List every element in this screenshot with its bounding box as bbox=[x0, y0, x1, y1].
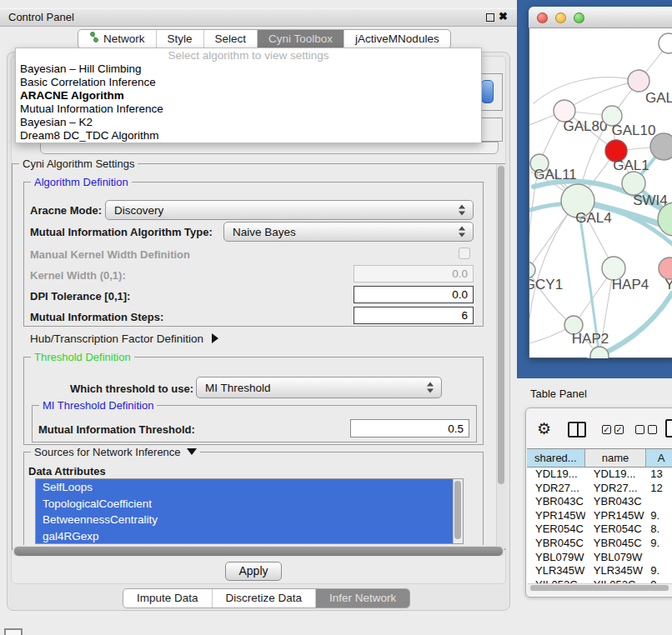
tab-label: Network bbox=[103, 30, 145, 48]
table-row[interactable]: YLR345WYLR345W9. bbox=[527, 564, 672, 578]
gear-icon[interactable]: ⚙ bbox=[537, 419, 551, 438]
table-cell: YDL19... bbox=[527, 468, 585, 482]
stepper-icon bbox=[458, 227, 466, 238]
settings-horizontal-thumb[interactable] bbox=[14, 547, 503, 556]
tab-label: Style bbox=[168, 30, 193, 48]
data-attributes-list: SelfLoopsTopologicalCoefficientBetweenne… bbox=[35, 478, 464, 544]
tab-label: jActiveMNodules bbox=[355, 30, 439, 48]
node-label-swi4: SWI4 bbox=[633, 192, 668, 208]
table-rows: YDL19...YDL19...13YDR27...YDR27...12YBR0… bbox=[527, 468, 672, 583]
table-horizontal-thumb[interactable] bbox=[530, 585, 669, 591]
tab-infer-network[interactable]: Infer Network bbox=[315, 589, 409, 608]
tab-jactivemnodules[interactable]: jActiveMNodules bbox=[344, 30, 450, 48]
collapse-arrow-icon[interactable] bbox=[187, 448, 197, 455]
network-canvas[interactable]: GALGAL80GAL10GAL1GAL11SWI4GAL4GCY1HAP4YH… bbox=[529, 28, 672, 358]
checked-pair-icon[interactable]: ✓✓ bbox=[602, 425, 624, 434]
mi-type-select[interactable]: Naive Bayes bbox=[223, 222, 474, 242]
table-row[interactable]: YER054CYER054C8. bbox=[527, 522, 672, 537]
mi-threshold-input[interactable] bbox=[350, 419, 469, 438]
attribute-topologicalcoefficient[interactable]: TopologicalCoefficient bbox=[36, 496, 463, 512]
hidden-combobox-bottom bbox=[40, 142, 499, 154]
attribute-selfloops[interactable]: SelfLoops bbox=[36, 479, 463, 496]
tab-network[interactable]: Network bbox=[78, 30, 156, 48]
table-cell: 9. bbox=[646, 537, 672, 551]
table-row[interactable]: YBR045CYBR045C9. bbox=[527, 537, 672, 551]
network-node-swi4[interactable] bbox=[622, 172, 645, 195]
table-cell: YBL079W bbox=[585, 551, 646, 565]
table-cell: YDL19... bbox=[585, 468, 646, 482]
tab-discretize-data[interactable]: Discretize Data bbox=[212, 589, 316, 608]
table-cell: 12 bbox=[646, 482, 672, 496]
table-row[interactable]: YPR145WYPR145W9. bbox=[527, 509, 672, 523]
column-header-a[interactable]: A bbox=[646, 449, 672, 467]
tab-label: Select bbox=[215, 30, 247, 48]
algorithm-option-bayesian-hill-climbing[interactable]: Bayesian – Hill Climbing bbox=[16, 62, 481, 76]
table-cell: 9. bbox=[646, 564, 672, 578]
tab-label: Cyni Toolbox bbox=[268, 30, 333, 48]
control-panel-titlebar bbox=[0, 8, 517, 27]
settings-vertical-thumb[interactable] bbox=[498, 166, 504, 484]
which-threshold-label: Which threshold to use: bbox=[70, 382, 193, 395]
aracne-mode-select[interactable]: Discovery bbox=[105, 200, 474, 220]
bottom-left-partial-box bbox=[4, 628, 23, 635]
table-row[interactable]: YBL079WYBL079W bbox=[527, 551, 672, 565]
sources-title-text: Sources for Network Inference bbox=[34, 446, 181, 458]
mi-type-label: Mutual Information Algorithm Type: bbox=[30, 226, 213, 238]
apply-button[interactable]: Apply bbox=[225, 562, 282, 581]
control-panel-title: Control Panel bbox=[8, 11, 74, 23]
network-node[interactable] bbox=[650, 133, 672, 160]
algorithm-option-dream8-dc-tdc-algorithm[interactable]: Dream8 DC_TDC Algorithm bbox=[16, 129, 481, 142]
dpi-tolerance-input[interactable] bbox=[354, 286, 474, 303]
table-cell: 9. bbox=[646, 509, 672, 523]
table-cell bbox=[646, 495, 672, 509]
table-header: shared...nameA bbox=[527, 448, 672, 468]
table-cell: YPR145W bbox=[527, 509, 585, 523]
table-cell: YLR345W bbox=[527, 564, 585, 578]
algorithm-option-aracne-algorithm[interactable]: ARACNE Algorithm bbox=[16, 89, 481, 102]
attribute-gal4rgexp[interactable]: gal4RGexp bbox=[36, 528, 463, 545]
table-cell: YBR043C bbox=[585, 495, 646, 509]
mi-steps-input[interactable] bbox=[354, 307, 474, 324]
attributes-scrollbar-thumb[interactable] bbox=[454, 481, 461, 539]
network-node-gal[interactable] bbox=[628, 70, 649, 92]
tab-select[interactable]: Select bbox=[203, 30, 258, 48]
close-icon[interactable]: ✖ bbox=[499, 10, 508, 22]
mac-zoom-icon[interactable] bbox=[574, 12, 584, 23]
algorithm-option-bayesian-k2[interactable]: Bayesian – K2 bbox=[16, 116, 481, 129]
table-row[interactable]: YBR043CYBR043C bbox=[527, 495, 672, 509]
attribute-betweennesscentrality[interactable]: BetweennessCentrality bbox=[36, 512, 463, 528]
node-label-hap4: HAP4 bbox=[612, 277, 649, 292]
settings-group-title: Cyni Algorithm Settings bbox=[19, 158, 138, 170]
mi-type-value: Naive Bayes bbox=[233, 226, 296, 238]
table-cell: YBR045C bbox=[585, 537, 646, 551]
kernel-width-input[interactable] bbox=[354, 265, 474, 282]
node-label-gcy1: GCY1 bbox=[529, 277, 563, 292]
float-window-icon[interactable] bbox=[486, 13, 494, 22]
algorithm-option-basic-correlation-inference[interactable]: Basic Correlation Inference bbox=[16, 76, 481, 89]
mi-steps-label: Mutual Information Steps: bbox=[30, 311, 163, 323]
aracne-mode-value: Discovery bbox=[114, 204, 163, 217]
manual-kernel-checkbox[interactable] bbox=[459, 248, 470, 259]
algorithm-definition-title: Algorithm Definition bbox=[31, 176, 132, 188]
mac-close-icon[interactable] bbox=[537, 12, 548, 23]
unchecked-pair-icon[interactable] bbox=[635, 425, 657, 434]
column-header-name[interactable]: name bbox=[585, 449, 646, 467]
columns-icon[interactable] bbox=[568, 422, 586, 438]
tab-cyni-toolbox[interactable]: Cyni Toolbox bbox=[257, 30, 344, 48]
table-cell: YBR045C bbox=[527, 537, 585, 551]
tab-style[interactable]: Style bbox=[156, 30, 203, 48]
hub-section-toggle[interactable]: Hub/Transcription Factor Definition bbox=[30, 332, 218, 345]
node-label-gal10: GAL10 bbox=[612, 122, 656, 138]
network-node-gcy1[interactable] bbox=[529, 262, 535, 278]
algorithm-option-mutual-information-inference[interactable]: Mutual Information Inference bbox=[16, 102, 481, 116]
page-icon[interactable] bbox=[665, 419, 672, 438]
mac-minimize-icon[interactable] bbox=[555, 12, 566, 23]
network-node[interactable] bbox=[659, 33, 672, 53]
tab-impute-data[interactable]: Impute Data bbox=[123, 589, 212, 608]
table-row[interactable]: YDR27...YDR27...12 bbox=[527, 482, 672, 496]
table-row[interactable]: YDL19...YDL19...13 bbox=[527, 468, 672, 482]
kernel-width-label: Kernel Width (0,1): bbox=[30, 269, 126, 282]
which-threshold-select[interactable]: MI Threshold bbox=[196, 377, 442, 398]
network-window-titlebar[interactable] bbox=[529, 7, 672, 28]
column-header-shared[interactable]: shared... bbox=[527, 449, 585, 467]
